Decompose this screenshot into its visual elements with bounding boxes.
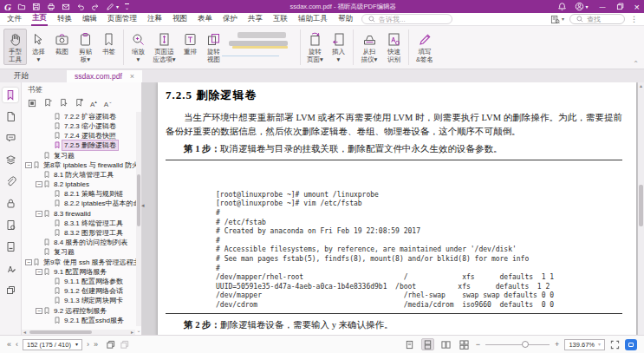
email-icon[interactable]	[62, 3, 70, 11]
select-tool-button[interactable]: 选择▾	[27, 29, 50, 65]
bookmark-tree-item[interactable]: 7.2.5 删除逻辑卷	[23, 141, 141, 150]
save-icon[interactable]	[32, 3, 41, 11]
reflow-button[interactable]: 重排	[179, 29, 202, 58]
tell-me-search[interactable]: 告诉我...	[361, 14, 452, 24]
security-panel-button[interactable]	[3, 196, 18, 211]
menu-item[interactable]: 共享	[247, 13, 263, 26]
zoom-out-button[interactable]: −	[476, 341, 480, 349]
insert-pages-button[interactable]: 插入▾	[327, 29, 350, 65]
page-thumbnails-panel-button[interactable]	[3, 109, 18, 124]
bookmark-tree-item[interactable]: 7.2.2 扩容逻辑卷	[23, 112, 141, 121]
bookmark-tree-item[interactable]: 9.1.3 绑定两块网卡	[23, 296, 141, 305]
bookmark-tree-item[interactable]: 8.2.2 iptables中基本的命令	[23, 199, 141, 208]
expand-toggle-icon[interactable]	[46, 114, 53, 120]
zoom-slider-thumb[interactable]	[522, 341, 529, 348]
bookmarks-panel-button[interactable]	[3, 88, 18, 102]
sidebar-horizontal-scrollbar[interactable]: ◂ ▸	[22, 330, 135, 335]
bookmark-tree-item[interactable]: 7.2.3 缩小逻辑卷	[23, 121, 141, 131]
assistant-icon[interactable]	[625, 339, 637, 350]
facing-view-button[interactable]	[439, 338, 452, 350]
clipboard-button[interactable]: 剪贴板▾	[74, 29, 97, 65]
bookmark-tree-item[interactable]: 8.4 服务的访问控制列表	[23, 238, 141, 247]
pdf-page[interactable]: 7.2.5 删除逻辑卷 当生产环境中想要重新部署 LVM 或者不再需要使用 LV…	[158, 82, 636, 335]
comments-panel-button[interactable]	[3, 131, 18, 146]
expand-toggle-icon[interactable]	[46, 288, 53, 294]
expand-bookmarks-icon[interactable]	[28, 99, 36, 108]
new-bookmark-icon[interactable]	[43, 98, 52, 108]
bookmark-tree-item[interactable]: 8.2.1 策略与规则链	[23, 189, 141, 199]
expand-toggle-icon[interactable]: −	[36, 211, 42, 217]
expand-toggle-icon[interactable]	[36, 239, 42, 245]
bookmark-tree-item[interactable]: 9.1.2 创建网络会话	[23, 286, 141, 296]
customize-toolbar-icon[interactable]: ⌄	[125, 3, 129, 10]
zoom-in-button[interactable]: +	[555, 341, 559, 349]
bookmark-tree-item[interactable]: 8.3.1 终端管理工具	[23, 219, 141, 228]
fit-page-options-button[interactable]: 页面适应选项▾	[150, 29, 179, 65]
larger-text-icon[interactable]: A▴	[90, 98, 97, 108]
menu-item[interactable]: 转换	[56, 13, 73, 26]
bookmark-tree-item[interactable]: − 9.1 配置网络服务	[23, 267, 141, 277]
undo-icon[interactable]	[76, 3, 85, 11]
collapse-panel-handle[interactable]: ◂	[141, 202, 145, 209]
collapse-ribbon-icon[interactable]: ⌃	[633, 60, 639, 68]
redo-icon[interactable]	[91, 3, 100, 11]
menu-item[interactable]: 保护	[222, 13, 238, 26]
bookmark-tree-item[interactable]: 8.3.2 图形管理工具	[23, 228, 141, 238]
expand-toggle-icon[interactable]	[46, 278, 53, 284]
expand-toggle-icon[interactable]	[46, 317, 53, 324]
signatures-panel-button[interactable]	[3, 218, 18, 232]
menu-item[interactable]: 页面管理	[107, 13, 138, 26]
tags-panel-button[interactable]	[3, 261, 18, 276]
menu-item[interactable]: 互联	[272, 13, 289, 26]
zoom-level-input[interactable]: 139.67% ▾	[564, 339, 605, 350]
bookmark-tree-item[interactable]: − 第9章 使用 ssh 服务管理远程主机	[23, 257, 141, 266]
expand-toggle-icon[interactable]	[46, 230, 53, 236]
expand-toggle-icon[interactable]	[36, 153, 42, 159]
next-view-icon[interactable]	[120, 340, 129, 350]
bookmark-tree-item[interactable]: − 8.3 firewalld	[23, 209, 141, 219]
bookmark-tree-item[interactable]: − 第8章 iptables 与 firewalld 防火墙	[23, 160, 141, 170]
fields-panel-button[interactable]	[3, 239, 18, 254]
bookmark-tree-item[interactable]: 9.1.1 配置网络参数	[23, 277, 141, 286]
single-page-view-button[interactable]	[403, 338, 416, 350]
bookmark-tree-item[interactable]: 复习题	[23, 150, 141, 160]
expand-toggle-icon[interactable]	[46, 220, 53, 226]
expand-toggle-icon[interactable]	[46, 142, 53, 148]
tab-document[interactable]: ssdax.com.pdf ×	[67, 70, 142, 82]
page-number-input[interactable]: 152 (175 / 410) ▾	[23, 339, 82, 350]
quick-recognize-button[interactable]: 快速识别	[382, 29, 406, 65]
bookmark-tree-item[interactable]: 9.2.1 配置sshd服务	[23, 316, 141, 325]
notifications-bell-icon[interactable]	[557, 2, 567, 11]
find-input[interactable]: 查找	[569, 14, 625, 24]
previous-page-button[interactable]: ‹	[16, 341, 18, 349]
open-file-icon[interactable]	[17, 3, 26, 11]
layers-panel-button[interactable]	[3, 153, 18, 167]
attachments-panel-button[interactable]	[3, 174, 18, 189]
close-button[interactable]: ×	[634, 3, 640, 11]
fill-sign-button[interactable]: 填写&签名	[412, 29, 438, 65]
menu-item[interactable]: 主页	[31, 13, 48, 26]
restore-button[interactable]	[616, 3, 624, 10]
sidebar-vertical-scrollbar[interactable]	[136, 112, 141, 326]
menu-item[interactable]: 文件	[6, 13, 23, 26]
smaller-text-icon[interactable]: A⌄	[104, 98, 113, 108]
bookmark-tree-item[interactable]: 8.1 防火墙管理工具	[23, 170, 141, 180]
menu-item[interactable]: 视图	[172, 13, 188, 26]
expand-toggle-icon[interactable]: −	[36, 308, 42, 314]
destinations-panel-button[interactable]	[3, 283, 18, 297]
expand-toggle-icon[interactable]	[46, 133, 53, 139]
print-icon[interactable]	[47, 3, 55, 11]
find-options-icon[interactable]: ▾	[550, 15, 564, 24]
tab-start[interactable]: 开始	[2, 70, 41, 82]
close-tab-icon[interactable]: ×	[130, 72, 134, 81]
first-page-button[interactable]: «	[7, 341, 11, 349]
expand-toggle-icon[interactable]	[36, 172, 42, 178]
hand-tool-button[interactable]: 手型工具	[3, 29, 27, 65]
bookmark-tree-item[interactable]: − 9.2 远程控制服务	[23, 305, 141, 315]
expand-toggle-icon[interactable]: −	[36, 269, 42, 275]
pen-tool-icon[interactable]: ▾	[106, 3, 119, 11]
expand-toggle-icon[interactable]: −	[25, 162, 32, 168]
expand-toggle-icon[interactable]	[46, 297, 53, 304]
bookmark-tree-item[interactable]: − 8.2 iptables	[23, 180, 141, 189]
bookmark-button[interactable]: 书签	[97, 29, 120, 58]
